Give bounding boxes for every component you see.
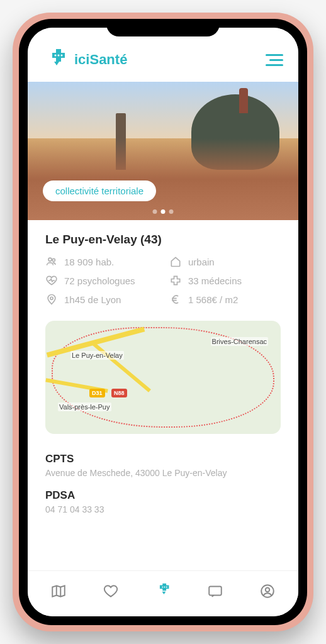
people-icon [45,255,58,268]
phone-notch [106,19,220,36]
tab-messages[interactable] [205,581,225,601]
pin-icon [45,293,58,306]
stat-distance: 1h45 de Lyon [45,293,157,306]
app-screen: iciSanté collectivité territoriale Le Pu… [28,28,298,616]
svg-point-7 [164,587,166,588]
section-text: Avenue de Meschede, 43000 Le Puy-en-Vela… [45,468,281,478]
phone-bezel: iciSanté collectivité territoriale Le Pu… [19,19,307,625]
stat-type: urbain [169,255,281,268]
carousel-dots[interactable] [153,209,174,214]
stat-value: 18 909 hab. [64,257,114,267]
svg-point-0 [55,55,57,57]
stat-value: 33 médecins [188,275,242,286]
menu-icon[interactable] [266,54,283,66]
map-preview[interactable]: Le Puy-en-Velay Brives-Charensac Vals-pr… [45,321,281,434]
heart-icon [45,274,58,287]
tab-favorites[interactable] [101,581,121,601]
stat-value: 72 psychologues [64,275,135,286]
map-label-sw: Vals-près-le-Puy [58,402,111,411]
logo-icon [43,48,70,72]
stat-value: 1h45 de Lyon [64,294,121,305]
tab-home[interactable] [153,581,173,601]
page-title: Le Puy-en-Velay (43) [45,233,281,247]
svg-point-6 [162,587,163,588]
stat-value: urbain [188,257,215,267]
svg-point-1 [58,55,60,57]
section-cpts: CPTS Avenue de Meschede, 43000 Le Puy-en… [45,453,281,478]
section-title: CPTS [45,453,281,465]
svg-point-4 [52,258,55,261]
stat-price: 1 568€ / m2 [169,293,281,306]
brand-logo[interactable]: iciSanté [43,48,127,72]
category-badge: collectivité territoriale [43,180,156,201]
section-text: 04 71 04 33 33 [45,504,281,514]
stat-value: 1 568€ / m2 [188,294,238,305]
map-label-main: Le Puy-en-Velay [70,351,124,360]
route-badge-n88: N88 [111,389,127,397]
svg-point-11 [265,588,269,592]
stats-grid: 18 909 hab. urbain 72 psychologues [45,255,281,306]
svg-point-2 [61,55,63,57]
hero-image[interactable]: collectivité territoriale [28,82,298,220]
svg-point-5 [50,297,53,299]
svg-point-3 [48,258,52,261]
section-pdsa: PDSA 04 71 04 33 33 [45,489,281,514]
map-label-ne: Brives-Charensac [211,337,268,346]
svg-point-8 [166,587,167,588]
route-badge-d31: D31 [89,389,105,397]
brand-name: iciSanté [74,52,127,68]
tab-bar [28,570,298,616]
stat-doctors: 33 médecins [169,274,281,287]
content-area: Le Puy-en-Velay (43) 18 909 hab. urbain [28,220,298,570]
stat-psych: 72 psychologues [45,274,157,287]
stat-population: 18 909 hab. [45,255,157,268]
medical-cross-icon [169,274,182,287]
euro-icon [169,293,182,306]
section-title: PDSA [45,489,281,502]
phone-frame: iciSanté collectivité territoriale Le Pu… [13,13,313,631]
tab-map[interactable] [48,581,69,601]
tab-profile[interactable] [257,581,278,601]
home-icon [169,255,182,268]
